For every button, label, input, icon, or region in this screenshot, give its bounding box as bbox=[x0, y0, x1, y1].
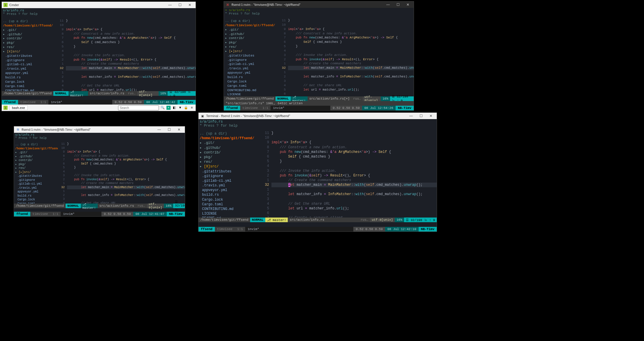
tmux-session[interactable]: ffsend bbox=[2, 100, 18, 105]
minimize-button[interactable]: — bbox=[166, 3, 174, 7]
tree-file[interactable]: .gitlab-ci.yml bbox=[3, 62, 53, 67]
tree-dir[interactable]: ▸ .git/ bbox=[225, 28, 275, 32]
cmder-tabbar[interactable]: λ bash.exe 🔍 + ◧ ▼ 🔒 ≡ bbox=[2, 105, 196, 111]
tree-file[interactable]: build.rs bbox=[225, 75, 275, 79]
tree-dir[interactable]: ▸ .github/ bbox=[15, 155, 57, 159]
chevron-down-icon[interactable]: ▼ bbox=[178, 106, 182, 110]
tree-file[interactable]: appveyor.yml bbox=[225, 71, 275, 75]
tree-dir[interactable]: ▸ res/ bbox=[200, 160, 259, 164]
tree-updir[interactable]: .. (up a dir) bbox=[15, 143, 57, 147]
tree-file[interactable]: Cargo.toml bbox=[200, 202, 259, 207]
tree-file[interactable]: LICENSE bbox=[225, 92, 275, 96]
minimize-button[interactable]: — bbox=[155, 128, 163, 132]
tree-dir[interactable]: ▸ pkg/ bbox=[200, 155, 259, 160]
close-button[interactable]: ✕ bbox=[186, 3, 194, 7]
tmux-session[interactable]: ffsend bbox=[199, 227, 215, 232]
tree-file[interactable]: .travis.yml bbox=[200, 183, 259, 188]
file-tree[interactable]: .. (up a dir) /home/timvisee/git/ffsend/… bbox=[199, 131, 260, 218]
tree-dir[interactable]: ▸ res/ bbox=[15, 166, 57, 170]
code-area[interactable]: } impl<'a> Info<'a> { /// Construct a ne… bbox=[67, 142, 185, 204]
tree-updir[interactable]: .. (up a dir) bbox=[3, 19, 53, 24]
tree-src[interactable]: ▸ [▸]src/ bbox=[15, 170, 57, 174]
tmux-session[interactable]: ffsend bbox=[224, 106, 240, 110]
minimize-button[interactable]: — bbox=[384, 3, 392, 7]
tree-updir[interactable]: .. (up a dir) bbox=[225, 19, 275, 23]
maximize-button[interactable]: ☐ bbox=[394, 3, 402, 7]
tree-src[interactable]: ▸ [▸]src/ bbox=[225, 49, 275, 54]
tree-file[interactable]: .travis.yml bbox=[225, 66, 275, 71]
tree-file[interactable]: Cargo.toml bbox=[3, 84, 53, 89]
minimize-button[interactable]: — bbox=[407, 114, 415, 118]
close-button[interactable]: ✕ bbox=[404, 3, 412, 7]
tree-dir[interactable]: ▸ res/ bbox=[3, 45, 53, 50]
code-area[interactable]: } impl<'a> Info<'a> { /// Construct a ne… bbox=[288, 18, 414, 96]
tree-file[interactable]: .travis.yml bbox=[15, 186, 57, 190]
tree-file[interactable]: Cargo.lock bbox=[3, 80, 53, 84]
tree-dir[interactable]: ▸ .git/ bbox=[3, 28, 53, 32]
file-tree[interactable]: .. (up a dir) /home/timvisee/git/ffsend/… bbox=[224, 18, 276, 96]
tree-dir[interactable]: ▸ .github/ bbox=[200, 146, 259, 150]
tree-dir[interactable]: ▸ pkg/ bbox=[3, 41, 53, 45]
tree-file[interactable]: Cargo.toml bbox=[225, 84, 275, 88]
tree-file[interactable]: appveyor.yml bbox=[3, 71, 53, 75]
tree-dir[interactable]: ▸ .github/ bbox=[3, 32, 53, 37]
search-icon[interactable]: 🔍 bbox=[161, 106, 165, 110]
tmux-session[interactable]: ffsend bbox=[14, 212, 30, 216]
tree-file[interactable]: .gitignore bbox=[225, 58, 275, 62]
tree-dir[interactable]: ▸ .github/ bbox=[225, 32, 275, 36]
tree-file[interactable]: .gitlab-ci.yml bbox=[200, 179, 259, 183]
tree-file[interactable]: CONTRIBUTING.md bbox=[225, 88, 275, 93]
tree-file[interactable]: .gitattributes bbox=[225, 54, 275, 58]
tree-dir[interactable]: ▸ contrib/ bbox=[3, 36, 53, 41]
tree-file[interactable]: .gitignore bbox=[15, 178, 57, 182]
tree-dir[interactable]: ▸ pkg/ bbox=[15, 162, 57, 167]
tree-file[interactable]: appveyor.yml bbox=[15, 190, 57, 194]
tree-src[interactable]: ▸ [X]src/ bbox=[200, 164, 259, 169]
close-button[interactable]: ✕ bbox=[427, 114, 435, 118]
file-tree[interactable]: .. (up a dir) /home/timvisee/git/ffsend/… bbox=[2, 19, 54, 91]
maximize-button[interactable]: ☐ bbox=[165, 128, 173, 132]
titlebar[interactable]: ▣ Terminal - ffsend:1:nvim - "timvisee@N… bbox=[199, 113, 437, 119]
titlebar[interactable]: λ Cmder — ☐ ✕ bbox=[2, 2, 196, 8]
tree-dir[interactable]: ▸ .git/ bbox=[200, 141, 259, 145]
titlebar[interactable]: ⧉ ffsend:1:nvim - "timvisee@NB-Timv: ~/g… bbox=[14, 126, 185, 133]
tree-file[interactable]: Cargo.lock bbox=[225, 79, 275, 84]
tree-file[interactable]: .gitignore bbox=[3, 58, 53, 63]
code-area[interactable]: } impl<'a> Info<'a> { /// Construct a ne… bbox=[271, 131, 437, 218]
tree-dir[interactable]: ▸ res/ bbox=[225, 45, 275, 49]
cmder-tab[interactable]: bash.exe bbox=[9, 105, 28, 110]
menu-icon[interactable]: ≡ bbox=[190, 106, 194, 110]
tree-file[interactable]: .gitattributes bbox=[15, 174, 57, 178]
tree-file[interactable]: Cargo.lock bbox=[200, 197, 259, 202]
maximize-button[interactable]: ☐ bbox=[176, 3, 184, 7]
tree-file[interactable]: .gitattributes bbox=[3, 54, 53, 58]
tree-file[interactable]: CONTRIBUTING.md bbox=[3, 89, 53, 91]
tree-dir[interactable]: ▸ contrib/ bbox=[15, 158, 57, 162]
tree-file[interactable]: .gitattributes bbox=[200, 169, 259, 174]
file-tree[interactable]: .. (up a dir) /home/timvisee/git/ffsend/… bbox=[14, 142, 58, 204]
tree-file[interactable]: build.rs bbox=[200, 192, 259, 197]
maximize-button[interactable]: ☐ bbox=[417, 114, 425, 118]
tree-dir[interactable]: ▸ contrib/ bbox=[225, 36, 275, 40]
tree-file[interactable]: .gitlab-ci.yml bbox=[15, 182, 57, 186]
tree-dir[interactable]: ▸ pkg/ bbox=[225, 40, 275, 45]
code-area[interactable]: } impl<'a> Info<'a> { /// Construct a ne… bbox=[66, 19, 196, 91]
search-input[interactable] bbox=[118, 105, 159, 110]
tree-src[interactable]: ▸ [X]src/ bbox=[3, 50, 53, 54]
tree-dir[interactable]: ▸ contrib/ bbox=[200, 150, 259, 155]
titlebar[interactable]: ⌘ ffsend:1:nvim - "timvisee@NB-Timv: ~/g… bbox=[224, 1, 414, 8]
tree-file[interactable]: build.rs bbox=[3, 75, 53, 80]
tree-file[interactable]: Cargo.lock bbox=[15, 198, 57, 202]
plus-icon[interactable]: + bbox=[166, 106, 171, 110]
tree-file[interactable]: CONTRIBUTING.md bbox=[200, 207, 259, 211]
tree-file[interactable]: .travis.yml bbox=[3, 67, 53, 71]
tree-updir[interactable]: .. (up a dir) bbox=[200, 131, 259, 136]
close-button[interactable]: ✕ bbox=[175, 128, 183, 132]
tree-file[interactable]: .gitignore bbox=[200, 174, 259, 179]
tree-file[interactable]: .gitlab-ci.yml bbox=[225, 62, 275, 66]
panels-icon[interactable]: ◧ bbox=[172, 106, 176, 110]
tree-file[interactable]: LICENSE bbox=[200, 211, 259, 216]
tree-file[interactable]: appveyor.yml bbox=[200, 188, 259, 192]
lock-icon[interactable]: 🔒 bbox=[184, 106, 188, 110]
tree-dir[interactable]: ▸ .git/ bbox=[15, 151, 57, 155]
